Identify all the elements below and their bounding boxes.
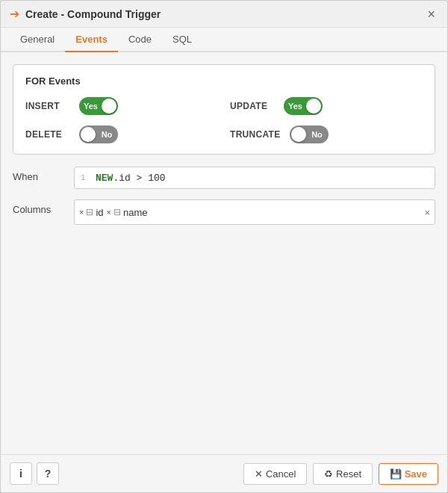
columns-label: Columns: [13, 199, 65, 215]
update-toggle[interactable]: Yes: [284, 97, 323, 115]
columns-box[interactable]: × ⊟ id × ⊟ name ×: [74, 199, 435, 225]
delete-toggle[interactable]: No: [79, 125, 118, 143]
dialog: ➔ Create - Compound Trigger × General Ev…: [0, 0, 448, 493]
when-code: NEW.id > 100: [96, 173, 166, 184]
truncate-label: TRUNCATE: [230, 129, 281, 140]
truncate-toggle-knob: [291, 127, 306, 142]
info-button[interactable]: i: [10, 462, 32, 485]
for-events-section: FOR Events INSERT Yes UPDATE Yes: [13, 64, 435, 155]
truncate-toggle-label: No: [306, 130, 329, 139]
footer-left: i ?: [10, 462, 59, 485]
delete-toggle-label: No: [96, 130, 118, 139]
columns-row: Columns × ⊟ id × ⊟ name ×: [13, 199, 435, 225]
tag-name-icon: ⊟: [113, 207, 121, 217]
footer-right: ✕ Cancel ♻ Reset 💾 Save: [243, 463, 438, 485]
when-row: When 1 NEW.id > 100: [13, 167, 435, 189]
truncate-toggle[interactable]: No: [290, 125, 329, 143]
event-row-update: UPDATE Yes: [230, 97, 423, 115]
tag-id: × ⊟ id: [79, 207, 104, 218]
tag-id-name: id: [96, 207, 103, 218]
tag-id-remove[interactable]: ×: [79, 208, 84, 217]
tab-sql[interactable]: SQL: [162, 28, 202, 52]
when-keyword: NEW: [96, 173, 113, 184]
tab-events[interactable]: Events: [65, 28, 118, 52]
event-row-insert: INSERT Yes: [25, 97, 218, 115]
insert-label: INSERT: [25, 101, 70, 111]
tab-bar: General Events Code SQL: [1, 28, 447, 52]
insert-toggle[interactable]: Yes: [79, 97, 118, 115]
reset-button[interactable]: ♻ Reset: [313, 463, 373, 485]
when-input[interactable]: 1 NEW.id > 100: [74, 167, 435, 189]
dialog-title: Create - Compound Trigger: [25, 8, 161, 20]
delete-label: DELETE: [25, 129, 70, 140]
tag-name-remove[interactable]: ×: [107, 208, 111, 217]
tag-name-name: name: [123, 207, 148, 218]
when-label: When: [13, 167, 65, 182]
update-toggle-knob: [306, 99, 321, 114]
title-bar-left: ➔ Create - Compound Trigger: [10, 7, 161, 21]
insert-toggle-knob: [102, 99, 116, 114]
update-toggle-label: Yes: [284, 102, 307, 111]
for-events-title: FOR Events: [25, 75, 423, 87]
dialog-icon: ➔: [10, 7, 19, 21]
delete-toggle-knob: [81, 127, 96, 142]
save-button[interactable]: 💾 Save: [379, 463, 438, 485]
tag-id-icon: ⊟: [86, 207, 93, 217]
close-button[interactable]: ×: [424, 7, 438, 21]
event-row-truncate: TRUNCATE No: [230, 125, 423, 143]
event-row-delete: DELETE No: [25, 125, 218, 143]
update-label: UPDATE: [230, 101, 275, 111]
tab-general[interactable]: General: [10, 28, 65, 52]
columns-clear-button[interactable]: ×: [424, 207, 430, 218]
cancel-button[interactable]: ✕ Cancel: [243, 463, 307, 485]
tag-name: × ⊟ name: [107, 207, 148, 218]
help-button[interactable]: ?: [37, 462, 59, 485]
tab-content: FOR Events INSERT Yes UPDATE Yes: [1, 52, 447, 454]
insert-toggle-label: Yes: [79, 102, 102, 111]
events-grid: INSERT Yes UPDATE Yes DELETE: [25, 97, 423, 143]
title-bar: ➔ Create - Compound Trigger ×: [1, 1, 447, 28]
tab-code[interactable]: Code: [118, 28, 162, 52]
line-number: 1: [81, 173, 91, 182]
footer: i ? ✕ Cancel ♻ Reset 💾 Save: [1, 454, 447, 492]
